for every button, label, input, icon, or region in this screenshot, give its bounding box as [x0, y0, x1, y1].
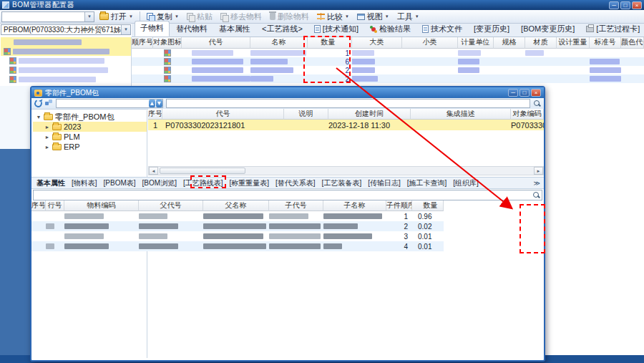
- table-row[interactable]: 3 0.01: [31, 231, 444, 241]
- refresh-icon[interactable]: [33, 98, 43, 108]
- inspection-icon: [370, 26, 377, 33]
- tab-transfer-log[interactable]: [传输日志]: [365, 178, 404, 189]
- censored-text: [192, 59, 243, 64]
- search-icon[interactable]: [532, 191, 540, 199]
- tab-substitute-items[interactable]: 替代物料: [171, 22, 213, 37]
- tools-button[interactable]: 工具 ▼: [394, 11, 422, 23]
- tree-item-erp[interactable]: ► ERP: [33, 142, 147, 152]
- censored-text: [64, 213, 104, 219]
- minimize-button[interactable]: ─: [609, 1, 619, 9]
- horizontal-scrollbar[interactable]: ◄ ►: [148, 166, 544, 175]
- tree-item[interactable]: [1, 47, 131, 56]
- filter-input[interactable]: [56, 99, 163, 108]
- table-row[interactable]: 1 0.96: [31, 211, 444, 221]
- censored-text: [13, 49, 109, 54]
- tab-process-route[interactable]: <工艺路线>: [257, 22, 308, 37]
- scrollbar-thumb[interactable]: [160, 168, 245, 174]
- part-icon: [164, 49, 171, 57]
- link-icon[interactable]: [45, 100, 53, 107]
- tree-item-2023[interactable]: ► 2023: [33, 122, 147, 132]
- tree-item-plm[interactable]: ► PLM: [33, 132, 147, 142]
- tab-process-card-query[interactable]: [施工卡查询]: [404, 178, 450, 189]
- tab-substitute-table[interactable]: [替代关系表]: [273, 178, 318, 189]
- expander-icon[interactable]: ▼: [36, 115, 42, 120]
- table-row[interactable]: 2 0.02: [31, 221, 444, 231]
- table-row[interactable]: 6: [132, 57, 644, 66]
- search-icon[interactable]: [533, 100, 541, 107]
- quick-filter-combo[interactable]: ▼: [1, 11, 94, 22]
- tree-item[interactable]: [1, 65, 131, 74]
- dialog-minimize-button[interactable]: ─: [508, 89, 518, 97]
- pbom-search-row: [33, 190, 542, 200]
- remove-item-button[interactable]: 移去物料: [218, 11, 265, 23]
- tree-item[interactable]: [1, 74, 131, 84]
- tab-basic-props[interactable]: 基本属性: [34, 178, 68, 189]
- censored-text: [323, 243, 342, 249]
- bom-select-combo[interactable]: PFBOM(P0703330:大力神外贸671姊妹胶) ▼: [1, 24, 131, 35]
- compare-button[interactable]: 比较 ▼: [314, 11, 352, 23]
- folder-icon: [99, 13, 109, 20]
- detail-tab-strip: 子物料 替代物料 基本属性 <工艺路线> [技术通知] 检验结果 技术文件 [变…: [132, 24, 644, 37]
- part-icon: [9, 76, 16, 83]
- censored-text: [19, 67, 108, 73]
- scroll-right-icon[interactable]: ►: [534, 167, 543, 175]
- tab-weight-table[interactable]: [称重重量表]: [226, 178, 272, 189]
- tab-tech-file[interactable]: 技术文件: [417, 22, 467, 37]
- maximize-button[interactable]: □: [620, 1, 630, 9]
- close-button[interactable]: ×: [632, 1, 642, 9]
- dialog-maximize-button[interactable]: □: [519, 89, 530, 97]
- paste-button[interactable]: 粘贴: [184, 11, 215, 23]
- censored-text: [269, 213, 308, 219]
- chevron-down-icon[interactable]: ▼: [84, 12, 94, 21]
- censored-text: [250, 76, 273, 82]
- more-tabs-icon[interactable]: ≫: [534, 180, 542, 187]
- dropdown-arrow-icon: ▼: [345, 14, 349, 19]
- tree-item[interactable]: [1, 37, 131, 47]
- tab-inspection-result[interactable]: 检验结果: [365, 22, 416, 37]
- tab-tooling-table[interactable]: [工艺装备表]: [319, 178, 365, 189]
- tab-change-history[interactable]: [变更历史]: [469, 22, 514, 37]
- down-arrow-icon[interactable]: [156, 100, 162, 107]
- view-button[interactable]: 视图 ▼: [354, 11, 392, 23]
- censored-text: [352, 76, 378, 82]
- scroll-left-icon[interactable]: ◄: [149, 167, 158, 175]
- table-row[interactable]: 2: [132, 66, 644, 74]
- tab-bom-change-history[interactable]: [BOM变更历史]: [516, 22, 580, 37]
- pbom-search-input[interactable]: [33, 190, 542, 200]
- package-table-row-selected[interactable]: 1 P07033302023121801 2023-12-18 11:30 P0…: [148, 120, 544, 130]
- tab-process-card[interactable]: [工艺过程卡]: [581, 22, 644, 37]
- tab-org-library[interactable]: [组织库]: [450, 178, 482, 189]
- censored-text: [250, 50, 306, 56]
- main-window-background: [0, 149, 30, 360]
- delete-item-button[interactable]: 删除物料: [267, 11, 312, 23]
- expander-icon[interactable]: ►: [44, 125, 50, 130]
- tab-child-items[interactable]: 子物料: [135, 21, 170, 37]
- tab-tech-notice[interactable]: [技术通知]: [309, 22, 364, 37]
- tab-bom-browse[interactable]: [BOM浏览]: [140, 178, 180, 189]
- scale-icon: [317, 13, 325, 20]
- open-button[interactable]: 打开 ▼: [97, 11, 136, 23]
- tab-pbom-table[interactable]: [PBOM表]: [101, 178, 139, 189]
- tab-route-table[interactable]: [工艺路线表]: [180, 178, 226, 189]
- tab-basic-props[interactable]: 基本属性: [214, 22, 255, 37]
- bom-tree: [1, 37, 132, 86]
- censored-text: [352, 67, 375, 73]
- censored-text: [352, 50, 374, 56]
- censored-text: [139, 213, 167, 219]
- table-row[interactable]: 1: [132, 49, 644, 57]
- expander-icon[interactable]: ►: [44, 135, 50, 140]
- dialog-close-button[interactable]: ×: [531, 89, 541, 97]
- tab-material-table[interactable]: [物料表]: [69, 178, 100, 189]
- tree-item-root[interactable]: ▼ 零部件_PBOM包: [33, 112, 147, 122]
- expander-icon[interactable]: ►: [44, 145, 50, 150]
- censored-text: [203, 243, 266, 249]
- table-row[interactable]: 2: [132, 74, 644, 83]
- up-arrow-icon[interactable]: [149, 100, 155, 107]
- paste-icon: [187, 13, 195, 21]
- path-input[interactable]: [166, 99, 530, 108]
- tree-item[interactable]: [1, 56, 131, 65]
- table-row[interactable]: 4 0.01: [31, 241, 444, 251]
- censored-text: [203, 223, 266, 229]
- censored-text: [64, 233, 104, 239]
- chevron-down-icon[interactable]: ▼: [121, 25, 130, 34]
